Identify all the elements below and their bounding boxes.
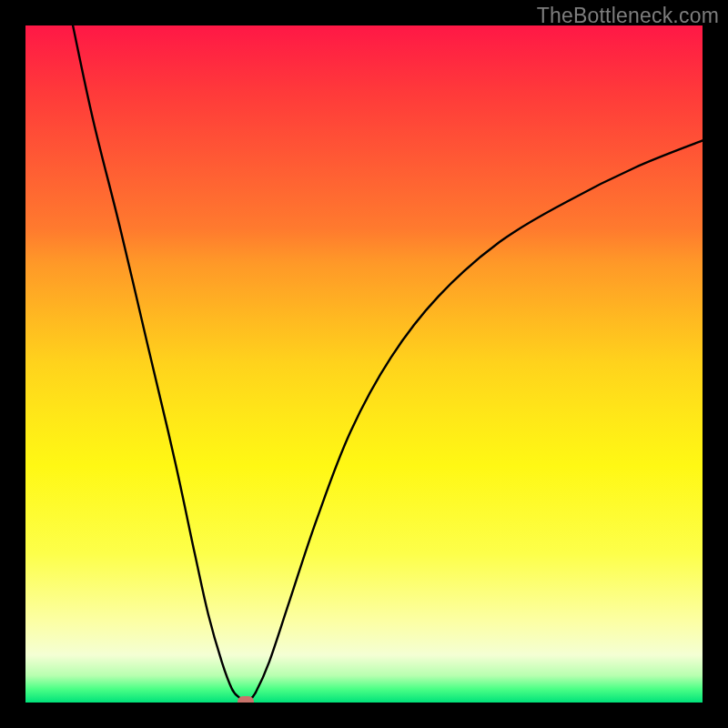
bottleneck-curve [25, 25, 703, 703]
bottleneck-marker [238, 696, 254, 703]
plot-area [25, 25, 703, 703]
chart-frame: TheBottleneck.com [0, 0, 728, 728]
watermark-text: TheBottleneck.com [537, 4, 719, 28]
